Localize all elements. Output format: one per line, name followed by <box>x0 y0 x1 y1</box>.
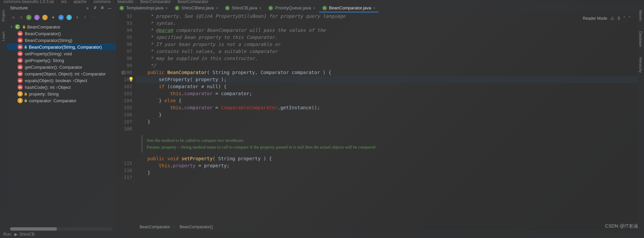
rail-hierarchy[interactable]: Hierarchy <box>639 57 643 73</box>
javadoc-preview: Sets the method to be called to compare … <box>142 135 396 153</box>
rail-project[interactable]: Project <box>1 10 5 21</box>
tree-root[interactable]: ▾C🔓BeanComparator <box>7 23 116 30</box>
tree-item[interactable]: mBeanComparator(String) <box>7 37 116 44</box>
tree-item[interactable]: f🔒property: String <box>7 91 116 97</box>
tb-more-icon[interactable]: ⋯ <box>91 15 96 20</box>
status-bar: Run: ▶ ShiroCB <box>0 231 644 238</box>
tab-priorityqueue[interactable]: CPriorityQueue.java× <box>265 3 319 12</box>
run-config[interactable]: ShiroCB <box>19 232 35 237</box>
structure-title: Structure <box>10 5 85 10</box>
bc-2[interactable]: apache <box>73 0 87 3</box>
rail-learn[interactable]: Learn <box>1 32 5 41</box>
structure-tree: ▾C🔓BeanComparator mBeanComparator() mBea… <box>7 22 116 227</box>
structure-hscroll[interactable] <box>10 227 112 231</box>
tree-item[interactable]: f🔒comparator: Comparator <box>7 97 116 104</box>
close-icon[interactable]: × <box>216 6 218 10</box>
tab-templatesimpl[interactable]: CTemplatesImpl.java× <box>116 3 171 12</box>
tree-item[interactable]: mgetProperty(): String <box>7 57 116 64</box>
structure-panel: Structure ≡ ⇵ ⚙ — ↓a ↓z ● p f ★ ● ● λ I <box>7 3 116 231</box>
tree-item[interactable]: m🔒BeanComparator(String, Comparator) <box>7 44 116 50</box>
tab-shirocb[interactable]: CShiroCB.java× <box>222 3 265 12</box>
tb-anon-icon[interactable]: ● <box>58 15 64 20</box>
tb-star-icon[interactable]: ★ <box>50 15 56 20</box>
close-icon[interactable]: × <box>259 6 261 10</box>
tree-item[interactable]: mcompare(Object, Object): int ↑Comparato… <box>7 70 116 77</box>
bc-5[interactable]: BeanComparator <box>140 0 171 3</box>
tb-lambda-icon[interactable]: ● <box>66 15 72 20</box>
bc-1[interactable]: org <box>61 0 66 3</box>
left-tool-rail: Project Learn <box>0 3 7 231</box>
tb-sort-vis-icon[interactable]: ↓z <box>18 15 23 20</box>
gutter: 9293949596979899100101102103104105106107… <box>116 13 136 223</box>
tree-item[interactable]: mhashCode(): int ↑Object <box>7 84 116 91</box>
tb-fields-icon[interactable]: ● <box>26 15 32 20</box>
bc-4[interactable]: beanutils <box>117 0 133 3</box>
close-icon[interactable]: × <box>313 6 315 10</box>
tree-item[interactable]: msetProperty(String): void <box>7 50 116 57</box>
bc-3[interactable]: commons <box>93 0 111 3</box>
close-icon[interactable]: × <box>373 6 375 10</box>
tb-sort-alpha-icon[interactable]: ↓a <box>10 15 15 20</box>
rail-database[interactable]: Database <box>639 31 643 47</box>
structure-sort-icon[interactable]: ≡ <box>85 5 90 11</box>
tb-prop-icon[interactable]: p <box>34 15 40 20</box>
crumb-class[interactable]: BeanComparator <box>140 225 170 229</box>
tb-i-icon[interactable]: I <box>83 15 88 20</box>
editor-tabs: CTemplatesImpl.java× CShiroCBtest.java× … <box>116 3 637 13</box>
tb-inherited-icon[interactable]: f <box>42 15 48 20</box>
close-icon[interactable]: × <box>165 6 167 10</box>
tree-item[interactable]: mgetComparator(): Comparator <box>7 64 116 70</box>
crumb-method[interactable]: BeanComparator() <box>179 225 213 229</box>
tree-item[interactable]: mequals(Object): boolean ↑Object <box>7 77 116 84</box>
structure-expand-icon[interactable]: ⇵ <box>92 5 98 11</box>
structure-toolbar: ↓a ↓z ● p f ★ ● ● λ I ⋯ <box>7 13 116 22</box>
right-tool-rail: Maven Database Hierarchy <box>637 3 644 231</box>
bc-6[interactable]: BeanComparator <box>178 0 208 3</box>
rail-maven[interactable]: Maven <box>639 10 643 21</box>
structure-hide-icon[interactable]: — <box>107 5 112 11</box>
tab-beancomparator[interactable]: CBeanComparator.java× <box>319 3 379 12</box>
run-label: Run: <box>3 232 12 237</box>
breadcrumb: commons-beanutils-1.8.3.jar〉 org〉 apache… <box>0 0 644 3</box>
bulb-icon[interactable]: 💡 <box>128 76 134 83</box>
tab-shirocbtest[interactable]: CShiroCBtest.java× <box>171 3 222 12</box>
tb-l-icon[interactable]: λ <box>74 15 80 20</box>
tree-item[interactable]: mBeanComparator() <box>7 30 116 37</box>
structure-settings-icon[interactable]: ⚙ <box>100 5 105 11</box>
bc-0[interactable]: commons-beanutils-1.8.3.jar <box>3 0 54 3</box>
editor-breadcrumb: BeanComparator 〉 BeanComparator() <box>116 223 637 231</box>
watermark: CSDN @IT老涵 <box>605 223 638 229</box>
code-editor[interactable]: 9293949596979899100101102103104105106107… <box>116 13 637 223</box>
